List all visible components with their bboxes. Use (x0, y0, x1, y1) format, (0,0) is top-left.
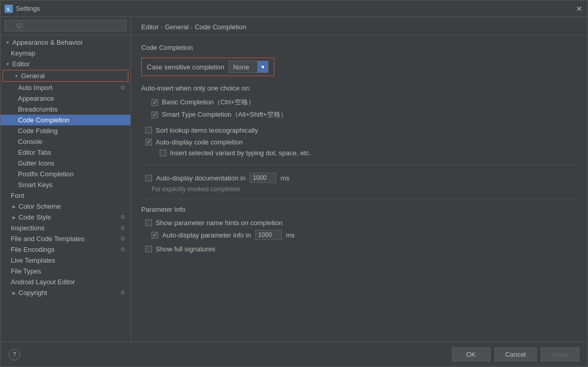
auto-display-doc-value-input[interactable] (250, 173, 276, 183)
help-button[interactable]: ? (9, 349, 20, 360)
param-info-title: Parameter Info (141, 206, 577, 213)
auto-display-param-value-input[interactable] (255, 230, 282, 240)
checkbox-show-full-signatures[interactable]: Show full signatures (141, 244, 577, 254)
checkbox-insert-selected-variant[interactable]: Insert selected variant by typing dot, s… (141, 148, 577, 158)
auto-display-param-unit: ms (286, 231, 295, 239)
sidebar-item-label: Editor (12, 60, 30, 68)
sidebar-item-label: Code Style (18, 213, 51, 221)
sidebar-item-file-encodings[interactable]: File Encodings ⚙ (1, 244, 130, 255)
breadcrumb-general: General (165, 23, 188, 31)
checkbox-auto-display-input[interactable]: ✓ (145, 139, 152, 145)
checkbox-label: Sort lookup items lexicographically (156, 126, 258, 134)
auto-insert-section: Auto-insert when only one choice on: ✓ B… (141, 84, 577, 121)
sidebar-item-editor-tabs[interactable]: Editor Tabs (1, 147, 130, 158)
sidebar-item-smart-keys[interactable]: Smart Keys (1, 179, 130, 190)
check-icon: ✓ (153, 112, 157, 118)
sidebar-item-general[interactable]: ▼ General (3, 70, 128, 82)
settings-icon: ⚙ (119, 246, 126, 253)
case-sensitive-row: Case sensitive completion None ▼ (141, 58, 274, 76)
sidebar-item-android-layout-editor[interactable]: Android Layout Editor (1, 277, 130, 287)
ok-button[interactable]: OK (452, 347, 490, 361)
sidebar-item-file-and-code-templates[interactable]: File and Code Templates ⚙ (1, 233, 130, 244)
settings-tree: ▼ Appearance & Behavior Keymap ▼ Editor … (1, 35, 130, 342)
checkbox-label: Smart Type Completion（Alt+Shift+空格） (162, 110, 287, 119)
sidebar-item-code-completion[interactable]: Code Completion (1, 115, 130, 125)
close-button[interactable]: ✕ (575, 5, 583, 13)
checkbox-show-param-hints[interactable]: Show parameter name hints on completion (141, 217, 577, 228)
sidebar-item-label: Keymap (11, 49, 35, 57)
arrow-icon: ▶ (11, 214, 17, 221)
sidebar-item-console[interactable]: Console (1, 136, 130, 147)
checkbox-show-param-hints-input[interactable] (145, 219, 152, 226)
case-sensitive-label: Case sensitive completion (147, 63, 224, 71)
checkbox-show-full-signatures-input[interactable] (145, 246, 152, 252)
sidebar-item-file-types[interactable]: File Types (1, 266, 130, 277)
sidebar-item-appearance-behavior[interactable]: ▼ Appearance & Behavior (1, 37, 130, 48)
auto-display-doc-label: Auto-display documentation in (156, 174, 245, 182)
sidebar-item-label: Editor Tabs (18, 149, 51, 156)
search-input[interactable] (5, 20, 126, 31)
sidebar-item-code-folding[interactable]: Code Folding (1, 125, 130, 136)
sidebar-item-editor[interactable]: ▼ Editor (1, 59, 130, 69)
breadcrumb-sep-2: › (191, 24, 193, 31)
sidebar-item-color-scheme[interactable]: ▶ Color Scheme (1, 201, 130, 212)
sidebar-item-keymap[interactable]: Keymap (1, 48, 130, 59)
sidebar-item-label: Inspections (11, 224, 45, 232)
checkbox-label: Show parameter name hints on completion (156, 219, 282, 227)
check-icon: ✓ (153, 232, 157, 238)
auto-display-param-row: ✓ Auto-display parameter info in ms (141, 228, 577, 242)
sidebar-item-label: Android Layout Editor (11, 278, 75, 286)
auto-insert-label: Auto-insert when only one choice on: (141, 84, 577, 92)
settings-icon: ⚙ (119, 235, 126, 243)
sidebar-item-label: Postfix Completion (18, 170, 73, 178)
dropdown-arrow-icon[interactable]: ▼ (257, 61, 268, 72)
sidebar-item-inspections[interactable]: Inspections ⚙ (1, 223, 130, 233)
checkbox-smart-type-input[interactable]: ✓ (151, 112, 158, 118)
sidebar-item-auto-import[interactable]: Auto Import ⚙ (1, 82, 130, 93)
app-icon: S (5, 5, 13, 13)
bottom-bar: ? OK Cancel Apply (1, 342, 587, 366)
main-content: 🔍 ▼ Appearance & Behavior Keymap ▼ Edito… (1, 17, 587, 342)
section-title: Code Completion (141, 44, 577, 51)
breadcrumb-editor: Editor (141, 23, 159, 31)
right-panel: Editor › General › Code Completion Code … (131, 17, 587, 342)
sidebar-item-label: File Encodings (11, 246, 54, 253)
checkbox-label: Basic Completion（Ctrl+空格） (162, 98, 255, 107)
checkbox-insert-selected-input[interactable] (160, 150, 166, 156)
sidebar-item-copyright[interactable]: ▶ Copyright ⚙ (1, 287, 130, 298)
cancel-button[interactable]: Cancel (495, 347, 537, 361)
bottom-left: ? (9, 349, 452, 360)
settings-icon: ⚙ (119, 225, 126, 232)
sidebar-item-appearance[interactable]: Appearance (1, 93, 130, 104)
apply-button[interactable]: Apply (541, 347, 579, 361)
sidebar-item-label: Font (11, 192, 24, 199)
separator-1 (141, 164, 577, 165)
case-sensitive-value: None (229, 62, 257, 72)
window-title: Settings (16, 5, 575, 12)
arrow-icon: ▼ (5, 61, 11, 67)
checkbox-label: Auto-display code completion (156, 138, 243, 146)
sidebar-item-label: File Types (11, 267, 41, 275)
checkbox-sort-lookup[interactable]: Sort lookup items lexicographically (141, 125, 577, 136)
sidebar-item-label: Appearance & Behavior (12, 39, 83, 46)
checkbox-auto-display-param-input[interactable]: ✓ (151, 232, 158, 238)
sidebar-item-gutter-icons[interactable]: Gutter Icons (1, 158, 130, 169)
sidebar-item-live-templates[interactable]: Live Templates (1, 255, 130, 266)
checkbox-auto-display-doc-input[interactable] (145, 175, 152, 181)
sidebar-item-font[interactable]: Font (1, 190, 130, 201)
search-bar: 🔍 (1, 17, 130, 35)
checkbox-basic-completion-input[interactable]: ✓ (151, 99, 158, 106)
sidebar-item-label: Breadcrumbs (18, 105, 58, 113)
checkbox-smart-type-completion[interactable]: ✓ Smart Type Completion（Alt+Shift+空格） (141, 108, 577, 121)
checkbox-sort-lookup-input[interactable] (145, 127, 152, 134)
bottom-right: OK Cancel Apply (452, 347, 579, 361)
sidebar-item-breadcrumbs[interactable]: Breadcrumbs (1, 104, 130, 115)
checkbox-auto-display-completion[interactable]: ✓ Auto-display code completion (141, 137, 577, 148)
arrow-icon: ▶ (11, 290, 17, 296)
sidebar-item-postfix-completion[interactable]: Postfix Completion (1, 169, 130, 179)
sidebar-item-label: Code Folding (18, 127, 58, 135)
case-sensitive-dropdown[interactable]: None ▼ (229, 61, 269, 73)
sidebar-item-code-style[interactable]: ▶ Code Style ⚙ (1, 212, 130, 223)
arrow-icon: ▼ (13, 73, 20, 79)
checkbox-basic-completion[interactable]: ✓ Basic Completion（Ctrl+空格） (141, 96, 577, 108)
